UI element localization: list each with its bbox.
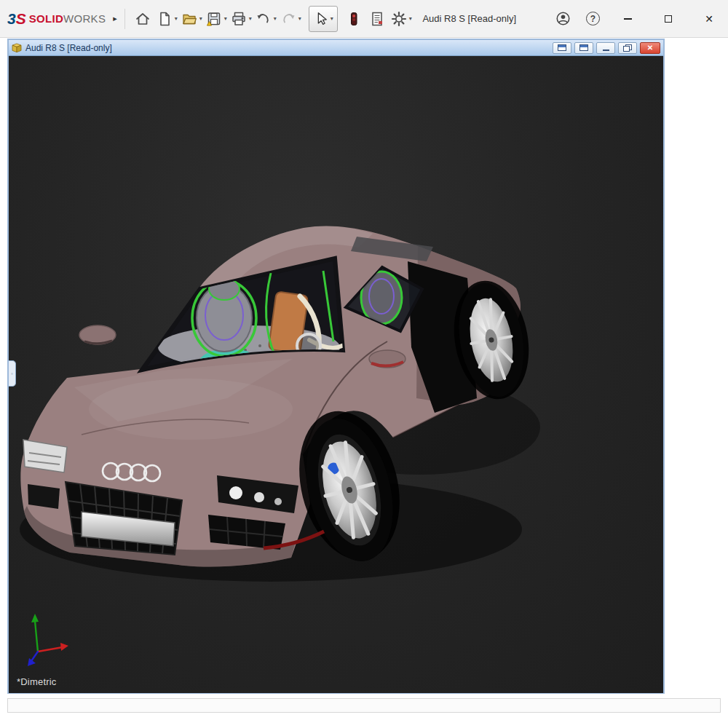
select-cursor-icon [313, 10, 329, 28]
brand-solid-text: SOLID [29, 12, 63, 25]
doc-window-pane-button-2[interactable] [574, 42, 593, 54]
document-window-controls: ✕ [553, 42, 660, 54]
print-button[interactable]: ▾ [229, 6, 253, 32]
minimize-icon [603, 50, 609, 51]
home-icon [134, 10, 151, 28]
restore-icon [623, 44, 632, 52]
maximize-icon [665, 15, 672, 23]
solidworks-logo: 3 S SOLID WORKS [7, 10, 106, 28]
dropdown-arrow-icon[interactable]: ▾ [249, 15, 252, 22]
close-button[interactable]: ✕ [698, 6, 720, 32]
dropdown-arrow-icon[interactable]: ▾ [199, 15, 202, 22]
status-message-area [7, 698, 721, 713]
options-button[interactable]: ▾ [389, 6, 413, 32]
new-document-button[interactable]: ▾ [155, 6, 178, 32]
3ds-logo-icon: 3 [7, 10, 16, 28]
account-button[interactable] [552, 6, 574, 32]
3d-scene[interactable] [9, 56, 663, 693]
view-orientation-label: *Dimetric [17, 676, 57, 687]
menu-expand-chevron-icon[interactable]: ▸ [113, 14, 117, 23]
minimize-icon [624, 18, 632, 20]
dropdown-arrow-icon[interactable]: ▾ [331, 15, 333, 22]
account-icon [555, 10, 571, 27]
brand-works-text: WORKS [63, 12, 106, 25]
doc-minimize-button[interactable] [596, 42, 615, 54]
select-tool-button[interactable]: ▾ [309, 6, 338, 32]
save-button[interactable]: ▾ [205, 6, 228, 32]
3ds-logo-s-icon: S [16, 10, 26, 28]
undo-button[interactable]: ▾ [254, 6, 277, 32]
document-title: Audi R8 S [Read-only] [25, 43, 112, 53]
toolbar-separator [124, 9, 125, 29]
dropdown-arrow-icon[interactable]: ▾ [175, 15, 178, 22]
maximize-button[interactable] [657, 6, 679, 32]
home-button[interactable] [132, 6, 154, 32]
window-pane-icon [579, 44, 588, 51]
close-icon: ✕ [705, 14, 713, 24]
minimize-button[interactable] [617, 6, 638, 32]
document-titlebar[interactable]: Audi R8 S [Read-only] ✕ [9, 40, 663, 56]
open-folder-icon [181, 10, 198, 28]
file-properties-button[interactable] [366, 6, 388, 32]
document-window: Audi R8 S [Read-only] ✕ [7, 39, 665, 694]
print-icon [230, 10, 248, 28]
window-pane-icon [558, 44, 566, 51]
graphics-viewport[interactable]: ◦ *Dimetric [9, 56, 663, 693]
dropdown-arrow-icon[interactable]: ▾ [298, 15, 301, 22]
doc-close-button[interactable]: ✕ [640, 42, 660, 54]
file-properties-icon [368, 10, 386, 28]
redo-icon [280, 10, 297, 28]
window-controls: ✕ [616, 6, 721, 32]
save-icon [205, 10, 223, 28]
rebuild-button[interactable] [343, 6, 365, 32]
help-button[interactable]: ? [586, 12, 600, 25]
dropdown-arrow-icon[interactable]: ▾ [409, 15, 412, 22]
dropdown-arrow-icon[interactable]: ▾ [274, 15, 277, 22]
toolbar-right-cluster: ? [551, 6, 600, 32]
open-button[interactable]: ▾ [180, 6, 203, 32]
solidworks-app: 3 S SOLID WORKS ▸ ▾ ▾ [0, 0, 728, 728]
undo-icon [255, 10, 272, 28]
redo-button[interactable]: ▾ [279, 6, 302, 32]
dropdown-arrow-icon[interactable]: ▾ [224, 15, 227, 22]
status-bar [0, 695, 728, 728]
doc-restore-button[interactable] [618, 42, 637, 54]
gear-icon [390, 10, 408, 28]
doc-window-pane-button-1[interactable] [553, 42, 571, 54]
orientation-triad[interactable] [28, 614, 68, 666]
collapsed-panel-tab[interactable]: ◦ [9, 360, 16, 387]
main-toolbar: 3 S SOLID WORKS ▸ ▾ ▾ [0, 0, 728, 38]
new-document-icon [156, 10, 173, 28]
part-file-icon [12, 43, 22, 53]
active-document-title: Audi R8 S [Read-only] [422, 13, 516, 24]
rebuild-traffic-light-icon [347, 10, 361, 28]
